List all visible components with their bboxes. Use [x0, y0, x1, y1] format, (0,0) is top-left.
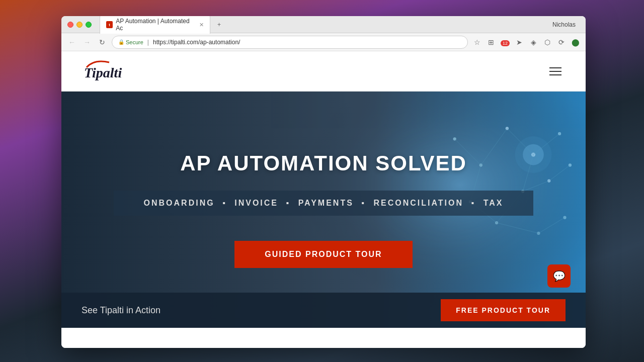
subtitle-tax: TAX — [484, 199, 504, 207]
logo[interactable]: Tipalti — [82, 56, 147, 86]
badge-count: 12 — [501, 40, 510, 46]
dot-3: ▪ — [361, 199, 369, 207]
user-account-name: Nicholas — [552, 21, 580, 28]
translate-icon[interactable]: ⟳ — [556, 38, 567, 46]
close-button[interactable] — [67, 22, 73, 28]
active-tab[interactable]: t AP Automation | Automated Ac ✕ — [100, 16, 210, 34]
hamburger-menu[interactable] — [545, 63, 566, 79]
hero-section: AP AUTOMATION SOLVED ONBOARDING ▪ INVOIC… — [61, 92, 586, 328]
bottom-bar: See Tipalti in Action FREE PRODUCT TOUR — [61, 293, 586, 328]
logo-container: Tipalti — [82, 56, 147, 86]
browser-titlebar: t AP Automation | Automated Ac ✕ + Nicho… — [61, 16, 586, 33]
subtitle-payments: PAYMENTS — [298, 199, 354, 207]
svg-text:Tipalti: Tipalti — [84, 65, 122, 80]
chat-bubble-button[interactable]: 💬 — [547, 264, 571, 288]
reload-button[interactable]: ↻ — [97, 37, 108, 48]
hero-title: AP AUTOMATION SOLVED — [61, 151, 586, 175]
secure-badge: Secure — [118, 39, 143, 45]
arrow-icon[interactable]: ➤ — [514, 38, 524, 46]
dot-4: ▪ — [471, 199, 479, 207]
guided-tour-button[interactable]: GUIDED PRODUCT TOUR — [234, 241, 412, 268]
hamburger-line-1 — [549, 67, 561, 68]
dot-1: ▪ — [222, 199, 230, 207]
tab-favicon: t — [106, 21, 113, 28]
subtitle-reconciliation: RECONCILIATION — [373, 199, 463, 207]
tipalti-logo-svg: Tipalti — [82, 56, 147, 84]
hamburger-line-3 — [549, 74, 561, 75]
hero-content: AP AUTOMATION SOLVED ONBOARDING ▪ INVOIC… — [61, 151, 586, 268]
traffic-lights — [67, 22, 92, 28]
address-input[interactable]: Secure | https://tipalti.com/ap-automati… — [112, 36, 468, 49]
shield-icon[interactable]: ⬡ — [542, 38, 552, 46]
secure-label: Secure — [126, 39, 143, 45]
minimize-button[interactable] — [76, 22, 83, 28]
hamburger-line-2 — [549, 71, 561, 72]
tab-close-button[interactable]: ✕ — [199, 22, 204, 28]
browser-content: Tipalti — [61, 51, 586, 348]
bookmark-icon[interactable]: ☆ — [472, 38, 482, 46]
circle-icon[interactable]: ⬤ — [571, 38, 581, 46]
free-tour-button[interactable]: FREE PRODUCT TOUR — [441, 299, 566, 321]
see-action-text: See Tipalti in Action — [82, 305, 160, 316]
forward-button[interactable]: → — [82, 37, 93, 48]
address-bar-icons: ☆ ⊞ 12 ➤ ◈ ⬡ ⟳ ⬤ — [472, 38, 581, 46]
site-header: Tipalti — [61, 51, 586, 92]
back-button[interactable]: ← — [66, 37, 77, 48]
hero-subtitle: ONBOARDING ▪ INVOICE ▪ PAYMENTS ▪ RECONC… — [144, 199, 504, 207]
browser-window: t AP Automation | Automated Ac ✕ + Nicho… — [61, 16, 586, 348]
subtitle-invoice: INVOICE — [234, 199, 278, 207]
layers-icon[interactable]: ⊞ — [486, 38, 496, 46]
subtitle-onboarding: ONBOARDING — [144, 199, 215, 207]
maximize-button[interactable] — [86, 22, 92, 28]
chat-icon: 💬 — [553, 270, 566, 282]
address-bar-row: ← → ↻ Secure | https://tipalti.com/ap-au… — [61, 33, 586, 51]
address-separator: | — [147, 39, 149, 46]
extension-badge-icon: 12 — [500, 38, 510, 46]
url-text: https://tipalti.com/ap-automation/ — [153, 39, 240, 46]
new-tab-button[interactable]: + — [213, 19, 225, 30]
pocket-icon[interactable]: ◈ — [528, 38, 538, 46]
dot-2: ▪ — [286, 199, 294, 207]
tab-label: AP Automation | Automated Ac — [116, 18, 194, 32]
tab-bar: t AP Automation | Automated Ac ✕ + — [100, 16, 548, 34]
hero-subtitle-bar: ONBOARDING ▪ INVOICE ▪ PAYMENTS ▪ RECONC… — [114, 191, 534, 216]
